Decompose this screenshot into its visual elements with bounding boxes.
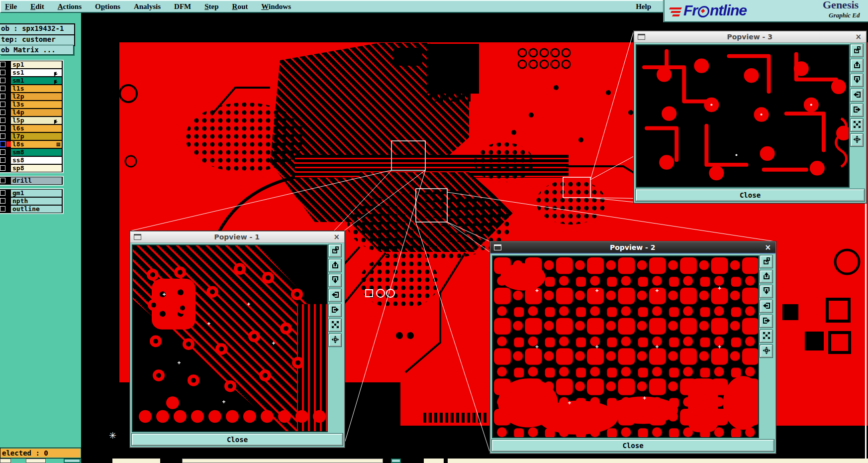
layer-item-l8s[interactable]: l8s▦ (11, 141, 62, 148)
popview-3-close-button[interactable]: Close (636, 189, 865, 201)
layer-item-sp1[interactable]: sp1 (11, 61, 62, 68)
layer-visibility-checkbox[interactable] (0, 206, 5, 212)
pan-up-button[interactable] (851, 59, 863, 72)
layer-row-l2p: l2p (0, 93, 63, 101)
zoom-fit-button[interactable] (851, 119, 863, 131)
pan-up-icon (763, 272, 771, 281)
window-icon (638, 34, 645, 40)
popview-3-window: Popview - 3 × (634, 31, 867, 203)
popview-2-content[interactable] (492, 255, 759, 438)
pan-left-button[interactable] (329, 289, 341, 302)
menu-rout[interactable]: Rout (232, 2, 248, 10)
layer-item-l4p[interactable]: l4p (11, 109, 62, 116)
layer-item-gm1[interactable]: gm1 (11, 190, 62, 197)
layer-item-sm8[interactable]: sm8 (11, 149, 62, 156)
center-button[interactable] (329, 334, 341, 347)
layer-visibility-checkbox[interactable] (0, 198, 5, 204)
layer-row-l5p: l5p (0, 116, 63, 124)
bottom-widget-fragment (0, 459, 11, 463)
layer-visibility-checkbox[interactable] (0, 149, 5, 155)
layer-visibility-checkbox[interactable] (0, 78, 5, 83)
pan-right-button[interactable] (329, 304, 341, 317)
pan-down-button[interactable] (329, 274, 341, 287)
product-name: Genesis (823, 0, 859, 11)
layer-visibility-checkbox[interactable] (0, 62, 5, 67)
layer-item-sp8[interactable]: sp8 (11, 165, 62, 172)
layer-visibility-checkbox[interactable] (0, 86, 5, 91)
pan-down-button[interactable] (851, 74, 863, 87)
layer-visibility-checkbox[interactable] (0, 117, 5, 123)
popout-button[interactable] (851, 44, 863, 57)
layer-item-l6s[interactable]: l6s (11, 125, 62, 132)
center-button[interactable] (760, 345, 772, 357)
layer-visibility-checkbox[interactable] (0, 157, 5, 163)
menu-dfm[interactable]: DFM (174, 2, 191, 10)
layer-visibility-checkbox[interactable] (0, 190, 5, 196)
pan-right-button[interactable] (760, 315, 772, 328)
layer-item-drill[interactable]: drill (11, 177, 62, 184)
close-icon[interactable]: × (332, 232, 341, 241)
layer-visibility-checkbox[interactable] (0, 102, 5, 107)
bottom-widget-fragment (424, 459, 444, 463)
zoom-fit-button[interactable] (329, 319, 341, 332)
layer-item-l1s[interactable]: l1s (11, 85, 62, 92)
bottom-widget-fragment (64, 459, 81, 463)
popout-button[interactable] (760, 255, 772, 268)
pan-up-button[interactable] (760, 270, 772, 283)
menu-analysis[interactable]: Analysis (134, 2, 161, 10)
pan-up-button[interactable] (329, 259, 341, 272)
layer-item-l2p[interactable]: l2p (11, 93, 62, 100)
layer-visibility-checkbox[interactable] (0, 110, 5, 115)
pan-left-button[interactable] (851, 89, 863, 102)
layer-visibility-checkbox[interactable] (0, 70, 5, 75)
popview-2-close-button[interactable]: Close (492, 440, 774, 452)
popview-3-content[interactable] (636, 44, 850, 188)
menu-file[interactable]: File (5, 2, 17, 10)
close-icon[interactable]: × (854, 32, 863, 41)
popview-2-toolcol (760, 255, 774, 438)
layer-visibility-checkbox[interactable] (0, 165, 5, 171)
bottom-widget-fragment (182, 459, 383, 463)
layer-row-npth: npth (0, 197, 63, 205)
close-icon[interactable]: × (764, 243, 772, 252)
layer-visibility-checkbox[interactable] (0, 178, 5, 183)
layer-item-l5p[interactable]: l5p (11, 117, 62, 124)
pan-right-icon (853, 106, 861, 115)
popview-1-window: Popview - 1 × (130, 231, 345, 448)
layer-item-l7p[interactable]: l7p (11, 133, 62, 140)
layer-item-l3s[interactable]: l3s (11, 101, 62, 108)
popout-icon (853, 46, 861, 55)
menu-step[interactable]: Step (204, 2, 218, 10)
menu-options[interactable]: Options (95, 2, 120, 10)
layer-visibility-checkbox[interactable] (0, 133, 5, 139)
layer-visibility-checkbox[interactable] (0, 141, 6, 147)
layer-item-sm1[interactable]: sm1 (11, 77, 62, 84)
zoom-fit-button[interactable] (760, 330, 772, 343)
popview-2-titlebar[interactable]: Popview - 2 × (490, 242, 775, 254)
pan-right-button[interactable] (851, 104, 863, 116)
step-name: tep: customer (0, 34, 74, 45)
menu-actions[interactable]: Actions (58, 2, 82, 10)
datum-marker-icon: ✳ (109, 430, 116, 441)
popout-button[interactable] (329, 244, 341, 257)
layer-item-ss1[interactable]: ss1 (11, 69, 62, 76)
popview-1-close-button[interactable]: Close (132, 434, 343, 446)
layer-row-ss8: ss8 (0, 156, 63, 164)
popview-1-content[interactable] (132, 244, 328, 432)
center-icon (331, 336, 339, 345)
menu-help[interactable]: Help (636, 2, 651, 11)
menu-windows[interactable]: Windows (261, 2, 291, 10)
pan-down-button[interactable] (760, 285, 772, 298)
layer-item-ss8[interactable]: ss8 (11, 157, 62, 164)
menu-edit[interactable]: Edit (30, 2, 44, 10)
pan-left-button[interactable] (760, 300, 772, 313)
layer-visibility-checkbox[interactable] (0, 94, 5, 99)
layer-item-outline[interactable]: outline (11, 206, 62, 213)
layer-visibility-checkbox[interactable] (0, 125, 5, 131)
popview-1-titlebar[interactable]: Popview - 1 × (130, 232, 344, 243)
popout-icon (331, 246, 339, 255)
job-matrix-button[interactable]: ob Matrix ... (0, 45, 74, 55)
center-button[interactable] (851, 134, 863, 146)
layer-item-npth[interactable]: npth (11, 198, 62, 205)
popview-3-titlebar[interactable]: Popview - 3 × (634, 31, 866, 43)
